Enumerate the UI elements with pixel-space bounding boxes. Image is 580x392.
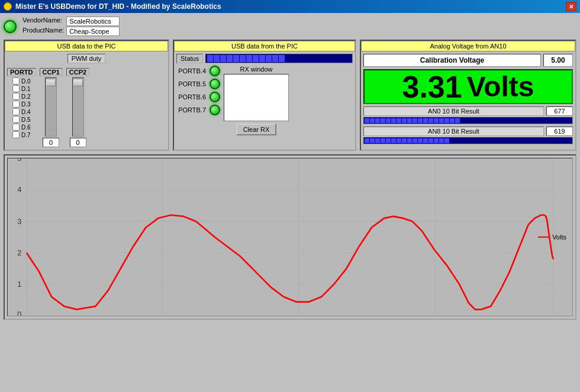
vendor-info: VendorName: ScaleRobotics ProductName: C… — [22, 17, 120, 36]
an8-bar-block — [386, 138, 391, 143]
an0-bar-block — [444, 118, 449, 123]
legend-label: Volts — [552, 234, 566, 241]
an0-bar-block — [365, 118, 369, 123]
portd-d7: D.7 — [12, 131, 31, 138]
portd-d2: D.2 — [12, 93, 31, 100]
portd-d5: D.5 — [12, 116, 31, 123]
an0-bar-block — [413, 118, 417, 123]
an8-bar-block — [391, 138, 396, 143]
ccp2-slider-thumb[interactable] — [73, 79, 83, 86]
an0-bar-block — [397, 118, 401, 123]
portd-d4-checkbox[interactable] — [12, 108, 20, 115]
portd-d1-checkbox[interactable] — [12, 85, 20, 92]
analog-content: Calibration Voltage 5.00 3.31 Volts AN0 … — [361, 51, 575, 149]
an8-bar — [363, 137, 573, 144]
an8-label: AN8 10 Bit Result — [363, 127, 544, 136]
portb6-item: PORTB.6 — [176, 92, 220, 102]
status-row: Status — [176, 54, 353, 63]
ccp2-slider-container: 0 — [70, 77, 86, 147]
svg-text:0: 0 — [17, 310, 21, 316]
vendor-name-label: VendorName: — [22, 17, 64, 26]
an0-value: 677 — [546, 106, 573, 116]
an0-bar-block — [391, 118, 396, 123]
an0-bar — [363, 117, 573, 124]
analog-section: Analog Voltage from AN10 Calibration Vol… — [360, 40, 576, 151]
chart-legend: Volts — [538, 234, 566, 241]
svg-text:5: 5 — [17, 158, 21, 163]
status-progress-bar — [205, 54, 353, 63]
portd-d5-checkbox[interactable] — [12, 116, 20, 123]
rx-window[interactable] — [224, 74, 289, 121]
portd-ccp-row: PORTD D.0 D.1 — [7, 68, 166, 147]
ccp1-slider-thumb[interactable] — [46, 79, 56, 86]
portd-d6: D.6 — [12, 124, 31, 131]
portd-d2-checkbox[interactable] — [12, 93, 20, 100]
connection-led — [4, 20, 17, 33]
usb-to-pic-header: USB data to the PIC — [5, 41, 168, 51]
an0-bar-block — [407, 118, 412, 123]
chart-inner: 5 4 3 2 1 0 Volts — [7, 158, 573, 316]
pwm-area: PWM duty PORTD D.0 D.1 — [5, 51, 168, 150]
calibration-label: Calibration Voltage — [363, 54, 541, 67]
portd-section: PORTD D.0 D.1 — [7, 68, 36, 138]
close-button[interactable]: ✕ — [566, 2, 576, 11]
an8-bar-block — [439, 138, 444, 143]
ccp1-slider-track[interactable] — [45, 77, 57, 137]
voltage-display: 3.31 Volts — [363, 69, 573, 104]
an0-bar-block — [450, 118, 455, 123]
an8-bar-block — [375, 138, 380, 143]
portb4-label: PORTB.4 — [176, 67, 206, 74]
an0-bar-block — [386, 118, 391, 123]
ccp2-section: CCP2 0 — [66, 68, 89, 147]
svg-text:4: 4 — [17, 185, 21, 194]
ccp1-value: 0 — [43, 138, 59, 147]
an8-bar-block — [444, 138, 449, 143]
status-label: Status — [176, 54, 203, 63]
chart-area: 5 4 3 2 1 0 Volts — [4, 154, 576, 320]
svg-text:3: 3 — [17, 217, 21, 226]
an0-bar-block — [402, 118, 407, 123]
ccp2-label: CCP2 — [66, 68, 89, 76]
an8-bar-block — [418, 138, 423, 143]
calibration-row: Calibration Voltage 5.00 — [363, 54, 573, 67]
ccp2-slider-track[interactable] — [72, 77, 84, 137]
sections-row: USB data to the PIC PWM duty PORTD D.0 — [4, 40, 576, 151]
portd-d4: D.4 — [12, 108, 31, 115]
an8-bar-block — [434, 138, 439, 143]
portb-column: PORTB.4 PORTB.5 PORTB.6 PORTB.7 — [176, 66, 220, 135]
vendor-name-value: ScaleRobotics — [66, 17, 120, 26]
voltage-unit: Volts — [467, 70, 534, 103]
portd-d0: D.0 — [12, 77, 31, 85]
portd-d3-checkbox[interactable] — [12, 101, 20, 108]
portd-d0-checkbox[interactable] — [12, 77, 20, 85]
ccp1-slider-container: 0 — [43, 77, 59, 147]
portd-d3: D.3 — [12, 101, 31, 108]
an0-bar-block — [370, 118, 375, 123]
an8-bar-block — [365, 138, 369, 143]
portb7-led — [210, 105, 220, 115]
an0-bar-block — [375, 118, 380, 123]
title-icon — [4, 2, 12, 11]
analog-header: Analog Voltage from AN10 — [361, 41, 575, 51]
calibration-value: 5.00 — [543, 54, 573, 67]
portb6-label: PORTB.6 — [176, 93, 206, 101]
an8-bar-block — [413, 138, 417, 143]
portd-d6-checkbox[interactable] — [12, 124, 20, 131]
usb-from-pic-section: USB data from the PIC Status — [173, 40, 356, 151]
portb4-led — [210, 66, 220, 76]
portb4-item: PORTB.4 — [176, 66, 220, 76]
an0-bar-block — [428, 118, 433, 123]
an8-bar-block — [407, 138, 412, 143]
product-name-value: Cheap-Scope — [66, 27, 120, 36]
an8-bar-block — [402, 138, 407, 143]
portd-d7-checkbox[interactable] — [12, 131, 20, 138]
an0-bar-block — [455, 118, 460, 123]
main-content: VendorName: ScaleRobotics ProductName: C… — [0, 13, 580, 392]
clear-rx-button[interactable]: Clear RX — [236, 124, 277, 135]
an0-bar-block — [434, 118, 439, 123]
voltage-waveform — [27, 215, 553, 310]
portb7-item: PORTB.7 — [176, 105, 220, 115]
header-row: VendorName: ScaleRobotics ProductName: C… — [4, 17, 576, 36]
ccp1-section: CCP1 0 — [40, 68, 63, 147]
voltage-number: 3.31 — [402, 72, 462, 102]
